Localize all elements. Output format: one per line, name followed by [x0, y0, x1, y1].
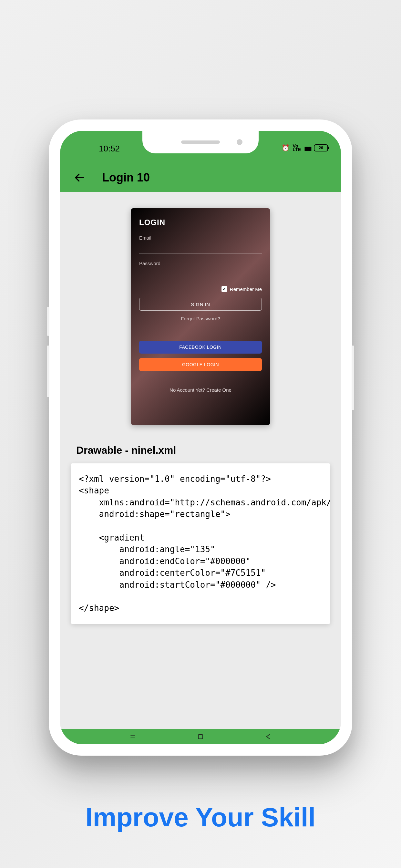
promo-tagline: Improve Your Skill	[0, 802, 401, 833]
phone-notch	[143, 131, 258, 153]
home-button[interactable]	[195, 733, 206, 740]
facebook-login-button[interactable]: FACEBOOK LOGIN	[139, 341, 262, 353]
svg-rect-3	[198, 734, 203, 739]
email-label: Email	[139, 235, 262, 241]
back-nav-button[interactable]	[263, 733, 274, 740]
forgot-password-link[interactable]: Forgot Password?	[139, 316, 262, 321]
front-camera	[237, 139, 243, 145]
volume-up-button	[47, 307, 50, 336]
remember-me-row[interactable]: ✓ Remember Me	[139, 286, 262, 292]
signal-icon	[304, 144, 311, 152]
google-login-button[interactable]: GOOGLE LOGIN	[139, 358, 262, 371]
sign-in-button[interactable]: SIGN IN	[139, 298, 262, 311]
checkbox-checked-icon[interactable]: ✓	[221, 286, 227, 292]
phone-screen: 10:52 VoLTE 26 Login 10 LOGIN Email	[60, 131, 341, 744]
code-snippet[interactable]: <?xml version="1.0" encoding="utf-8"?> <…	[71, 463, 330, 624]
power-button	[351, 345, 354, 410]
back-button[interactable]	[73, 171, 86, 184]
content-area[interactable]: LOGIN Email Password ✓ Remember Me SIGN …	[60, 192, 341, 744]
password-label: Password	[139, 260, 262, 266]
recent-icon	[128, 733, 137, 740]
speaker-grille	[181, 141, 220, 144]
login-preview-card: LOGIN Email Password ✓ Remember Me SIGN …	[131, 208, 270, 425]
section-heading: Drawable - ninel.xml	[76, 444, 331, 456]
status-icons: VoLTE 26	[281, 144, 328, 152]
app-toolbar: Login 10	[60, 163, 341, 192]
battery-icon: 26	[314, 144, 328, 151]
android-nav-bar	[60, 729, 341, 744]
phone-mockup: 10:52 VoLTE 26 Login 10 LOGIN Email	[49, 120, 352, 755]
status-time: 10:52	[99, 144, 120, 154]
arrow-left-icon	[73, 172, 85, 183]
back-triangle-icon	[265, 733, 272, 740]
alarm-icon	[281, 144, 289, 152]
login-heading: LOGIN	[139, 218, 262, 227]
email-input[interactable]	[139, 242, 262, 253]
password-input[interactable]	[139, 268, 262, 279]
recent-apps-button[interactable]	[127, 733, 138, 740]
home-icon	[197, 733, 204, 740]
volte-icon: VoLTE	[293, 144, 301, 151]
volume-down-button	[47, 345, 50, 397]
create-account-link[interactable]: No Account Yet? Create One	[139, 387, 262, 393]
page-title: Login 10	[102, 171, 150, 184]
remember-me-label: Remember Me	[230, 286, 262, 292]
